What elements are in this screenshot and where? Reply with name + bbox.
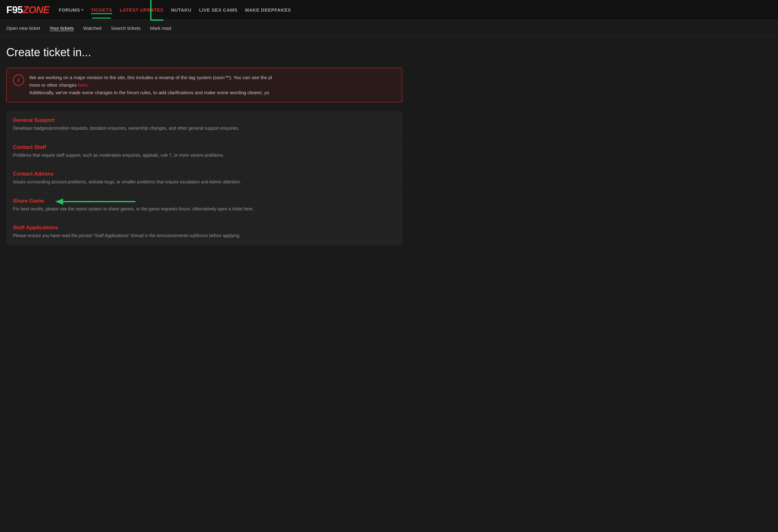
sub-nav-open-new-ticket[interactable]: Open new ticket (6, 24, 40, 32)
category-contact-admins-desc: Issues surrounding account problems, web… (13, 179, 396, 185)
main-nav: FORUMS ▾ TICKETS LATEST UPDATES NUTAKU L… (59, 7, 772, 13)
notice-text: We are working on a major revision to th… (29, 74, 396, 96)
header: F95 ZONE FORUMS ▾ TICKETS LATEST UPDATES… (0, 0, 778, 20)
tickets-active-underline (92, 18, 111, 18)
nav-item-nutaku[interactable]: NUTAKU (171, 7, 191, 13)
nav-forums-label: FORUMS (59, 7, 80, 13)
notice-text-mid: more or other changes (29, 82, 78, 88)
category-share-game[interactable]: Share Game For best results, please use … (6, 192, 402, 218)
logo-f95: F95 (6, 4, 23, 16)
nav-item-make-deepfakes[interactable]: MAKE DEEPFAKES (245, 7, 291, 13)
page-title: Create ticket in... (6, 46, 402, 59)
notice-text-part3: Additionally, we've made some changes to… (29, 90, 269, 95)
category-contact-admins[interactable]: Contact Admins Issues surrounding accoun… (6, 165, 402, 191)
nav-item-forums[interactable]: FORUMS ▾ (59, 7, 84, 13)
category-contact-staff[interactable]: Contact Staff Problems that require staf… (6, 138, 402, 165)
category-share-game-title: Share Game (13, 198, 396, 204)
sub-nav-watched[interactable]: Watched (83, 24, 102, 32)
sub-nav-your-tickets[interactable]: Your tickets (50, 24, 74, 32)
category-staff-applications-desc: Please ensure you have read the pinned "… (13, 233, 396, 239)
sub-nav-search-tickets[interactable]: Search tickets (111, 24, 141, 32)
nav-item-latest-updates[interactable]: LATEST UPDATES (120, 7, 163, 13)
category-share-game-desc: For best results, please use the report … (13, 206, 396, 212)
notice-text-part2: . (87, 82, 89, 88)
main-content: Create ticket in... i We are working on … (0, 36, 408, 254)
category-general-support[interactable]: General Support Developer badges/promoti… (6, 111, 402, 138)
nav-tickets-wrapper: TICKETS (91, 7, 112, 13)
category-contact-staff-title: Contact Staff (13, 144, 396, 151)
category-general-support-desc: Developer badges/promotion requests, don… (13, 125, 396, 131)
sub-nav: Open new ticket Your tickets Watched Sea… (0, 20, 778, 36)
category-list: General Support Developer badges/promoti… (6, 111, 402, 245)
category-staff-applications-title: Staff Applications (13, 225, 396, 231)
notice-box: i We are working on a major revision to … (6, 68, 402, 102)
nav-item-live-sex-cams[interactable]: LIVE SEX CAMS (199, 7, 237, 13)
logo[interactable]: F95 ZONE (6, 4, 49, 16)
chevron-down-icon: ▾ (81, 8, 84, 12)
logo-zone: ZONE (23, 4, 49, 16)
notice-here-link[interactable]: here (78, 82, 87, 88)
category-contact-staff-desc: Problems that require staff support, suc… (13, 152, 396, 159)
info-icon: i (13, 74, 24, 86)
category-staff-applications[interactable]: Staff Applications Please ensure you hav… (6, 218, 402, 245)
category-contact-admins-title: Contact Admins (13, 171, 396, 177)
category-general-support-title: General Support (13, 117, 396, 123)
sub-nav-mark-read[interactable]: Mark read (150, 24, 171, 32)
notice-text-part1: We are working on a major revision to th… (29, 75, 272, 80)
nav-item-tickets[interactable]: TICKETS (91, 7, 112, 14)
